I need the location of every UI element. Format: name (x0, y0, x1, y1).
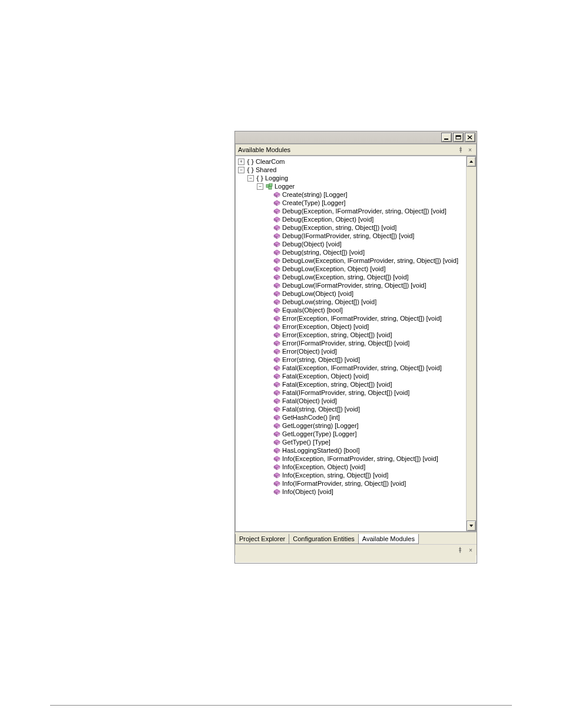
method-debuglow-exc-obj[interactable]: DebugLow(Exception, Object) [void] (236, 265, 467, 273)
method-debuglow-str[interactable]: DebugLow(string, Object[]) [void] (236, 298, 467, 306)
method-fatal-fmt[interactable]: Fatal(IFormatProvider, string, Object[])… (236, 388, 467, 397)
method-icon (273, 348, 281, 355)
method-fatal-exc-str[interactable]: Fatal(Exception, string, Object[]) [void… (236, 380, 467, 388)
method-debug-exc-obj[interactable]: Debug(Exception, Object) [void] (236, 215, 467, 223)
tree-item-label: Fatal(Exception, Object) [void] (282, 372, 369, 380)
method-error-exc-obj[interactable]: Error(Exception, Object) [void] (236, 322, 467, 331)
svg-marker-119 (470, 160, 473, 163)
tree-item-label: Debug(Exception, IFormatProvider, string… (282, 207, 447, 215)
method-fatal-obj[interactable]: Fatal(Object) [void] (236, 397, 467, 405)
method-create-string[interactable]: Create(string) [Logger] (236, 190, 467, 199)
panel-title: Available Modules (238, 146, 290, 153)
node-clearcom[interactable]: +{ }ClearCom (236, 157, 467, 166)
vertical-scrollbar[interactable] (466, 156, 476, 531)
method-fatal-exc-fmt[interactable]: Fatal(Exception, IFormatProvider, string… (236, 364, 467, 372)
tree-item-label: Fatal(IFormatProvider, string, Object[])… (282, 388, 409, 397)
collapse-icon[interactable]: − (238, 167, 244, 173)
tab-available-modules[interactable]: Available Modules (358, 534, 419, 544)
tree-item-label: Info(Exception, Object) [void] (282, 463, 365, 471)
tab-project-explorer[interactable]: Project Explorer (235, 534, 289, 544)
collapse-icon[interactable]: − (247, 175, 254, 182)
panel-close-icon[interactable]: × (467, 146, 474, 153)
method-icon (273, 199, 281, 206)
close-button[interactable] (465, 133, 475, 142)
scroll-down-button[interactable] (467, 521, 476, 531)
tree-item-label: Info(Object) [void] (282, 487, 333, 496)
namespace-icon: { } (256, 174, 264, 182)
tree-item-label: Equals(Object) [bool] (282, 306, 343, 314)
node-logger[interactable]: −Logger (236, 182, 467, 190)
tree-item-label: Info(Exception, IFormatProvider, string,… (282, 454, 438, 463)
tree-item-label: Error(Exception, Object) [void] (282, 322, 369, 331)
method-icon (273, 216, 281, 223)
tree-item-label: Fatal(Object) [void] (282, 397, 337, 405)
scroll-up-button[interactable] (467, 156, 476, 167)
expand-icon[interactable]: + (238, 159, 244, 165)
method-debug-str[interactable]: Debug(string, Object[]) [void] (236, 248, 467, 256)
method-info-exc-obj[interactable]: Info(Exception, Object) [void] (236, 463, 467, 471)
footer-pin-icon[interactable] (457, 546, 464, 554)
method-gethashcode[interactable]: GetHashCode() [int] (236, 413, 467, 421)
tree-item-label: Error(Object) [void] (282, 347, 337, 355)
method-icon (273, 455, 281, 462)
method-error-exc-str[interactable]: Error(Exception, string, Object[]) [void… (236, 331, 467, 339)
method-icon (273, 290, 281, 297)
tree-item-label: DebugLow(IFormatProvider, string, Object… (282, 281, 427, 289)
method-info-fmt[interactable]: Info(IFormatProvider, string, Object[]) … (236, 479, 467, 487)
method-error-obj[interactable]: Error(Object) [void] (236, 347, 467, 355)
tree-item-label: DebugLow(string, Object[]) [void] (282, 298, 376, 306)
tree-item-label: Logger (275, 182, 295, 190)
method-error-exc-fmt[interactable]: Error(Exception, IFormatProvider, string… (236, 314, 467, 322)
method-info-exc-fmt[interactable]: Info(Exception, IFormatProvider, string,… (236, 454, 467, 463)
method-icon (273, 274, 281, 281)
method-debug-fmt[interactable]: Debug(IFormatProvider, string, Object[])… (236, 232, 467, 240)
method-getlogger-string[interactable]: GetLogger(string) [Logger] (236, 421, 467, 430)
tree-item-label: HasLoggingStarted() [bool] (282, 446, 359, 454)
method-icon (273, 257, 281, 264)
tree-item-label: Debug(IFormatProvider, string, Object[])… (282, 232, 414, 240)
method-getlogger-type[interactable]: GetLogger(Type) [Logger] (236, 430, 467, 438)
method-fatal-str[interactable]: Fatal(string, Object[]) [void] (236, 405, 467, 413)
method-error-str[interactable]: Error(string, Object[]) [void] (236, 355, 467, 364)
method-icon (273, 340, 281, 347)
page-divider (50, 705, 512, 706)
method-create-type[interactable]: Create(Type) [Logger] (236, 199, 467, 207)
method-icon (273, 447, 281, 454)
method-icon (273, 323, 281, 330)
method-debuglow-exc-str[interactable]: DebugLow(Exception, string, Object[]) [v… (236, 273, 467, 281)
method-hasloggingstarted[interactable]: HasLoggingStarted() [bool] (236, 446, 467, 454)
method-debuglow-exc-fmt[interactable]: DebugLow(Exception, IFormatProvider, str… (236, 256, 467, 265)
method-debug-exc-fmt[interactable]: Debug(Exception, IFormatProvider, string… (236, 207, 467, 215)
collapse-icon[interactable]: − (257, 183, 263, 190)
tree-view: +{ }ClearCom−{ }Shared−{ }Logging−Logger… (235, 156, 477, 532)
method-equals[interactable]: Equals(Object) [bool] (236, 306, 467, 314)
tree-item-label: Error(string, Object[]) [void] (282, 355, 360, 364)
footer-close-icon[interactable]: × (467, 546, 474, 554)
maximize-button[interactable] (453, 133, 464, 142)
tree-item-label: DebugLow(Object) [void] (282, 289, 353, 298)
tree-item-label: Debug(Exception, string, Object[]) [void… (282, 223, 396, 232)
method-info-exc-str[interactable]: Info(Exception, string, Object[]) [void] (236, 471, 467, 479)
method-debuglow-obj[interactable]: DebugLow(Object) [void] (236, 289, 467, 298)
panel-header: Available Modules × (235, 144, 477, 156)
method-icon (273, 488, 281, 495)
pin-icon[interactable] (457, 146, 464, 153)
svg-rect-0 (444, 139, 448, 140)
method-debuglow-fmt[interactable]: DebugLow(IFormatProvider, string, Object… (236, 281, 467, 289)
tab-configuration-entities[interactable]: Configuration Entities (289, 534, 359, 544)
method-icon (273, 232, 281, 239)
method-icon (273, 315, 281, 322)
node-logging[interactable]: −{ }Logging (236, 174, 467, 182)
method-icon (273, 397, 281, 404)
tree-item-label: GetLogger(Type) [Logger] (282, 430, 357, 438)
method-debug-exc-str[interactable]: Debug(Exception, string, Object[]) [void… (236, 223, 467, 232)
minimize-button[interactable] (441, 133, 452, 142)
method-info-obj[interactable]: Info(Object) [void] (236, 487, 467, 496)
method-debug-obj[interactable]: Debug(Object) [void] (236, 240, 467, 248)
method-icon (273, 364, 281, 371)
node-shared[interactable]: −{ }Shared (236, 166, 467, 174)
method-error-fmt[interactable]: Error(IFormatProvider, string, Object[])… (236, 339, 467, 347)
method-fatal-exc-obj[interactable]: Fatal(Exception, Object) [void] (236, 372, 467, 380)
method-gettype[interactable]: GetType() [Type] (236, 438, 467, 446)
tree-item-label: Debug(string, Object[]) [void] (282, 248, 365, 256)
